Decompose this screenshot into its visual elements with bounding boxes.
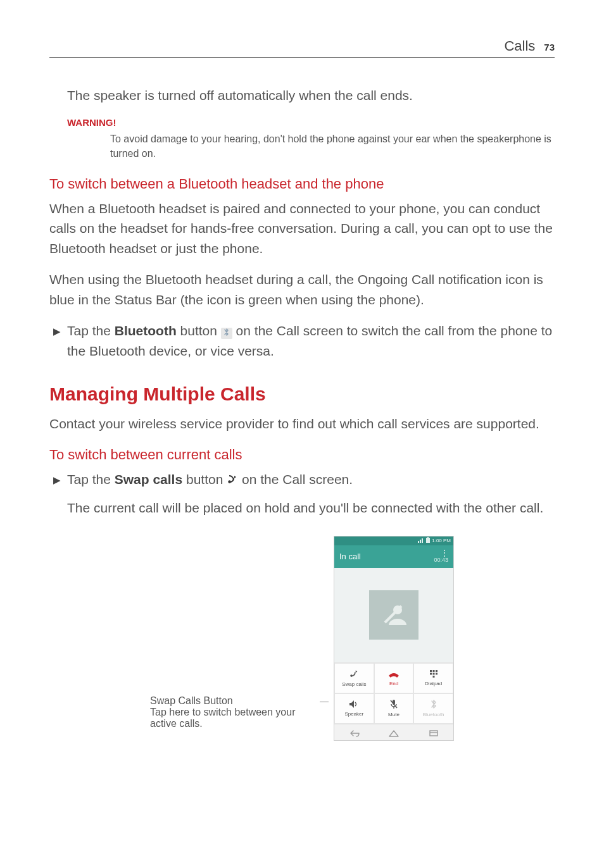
section-title: Calls [504,38,535,54]
swap-calls-button[interactable]: Swap calls [334,663,374,693]
running-header: Calls 73 [49,38,555,58]
call-header-title: In call [339,552,361,561]
bluetooth-icon [221,328,232,339]
callout-leader-line [320,536,329,738]
callout-swap-calls: Swap Calls Button Tap here to switch bet… [150,536,315,729]
figure-swap-calls: Swap Calls Button Tap here to switch bet… [49,536,555,741]
call-button-grid: Swap calls End Dialpad [334,663,453,724]
bluetooth-bullet: ▶ Tap the Bluetooth button on the Call s… [53,321,555,361]
managing-intro: Contact your wireless service provider t… [49,414,555,434]
warning-text: To avoid damage to your hearing, don't h… [110,132,555,161]
heading-switch-current-calls: To switch between current calls [49,447,555,463]
swap-bullet-pre: Tap the [67,472,115,487]
bluetooth-icon [430,699,437,710]
phone-screenshot: 1:00 PM In call ⋮ 00:43 Swap [334,536,454,741]
status-time: 1:00 PM [432,538,451,543]
mute-icon [389,699,398,710]
bluetooth-p1: When a Bluetooth headset is paired and c… [49,199,555,259]
bluetooth-p2: When using the Bluetooth headset during … [49,270,555,309]
contact-avatar-placeholder-icon [369,590,418,640]
callout-title: Swap Calls Button [150,695,315,707]
swap-result: The current call will be placed on hold … [67,498,555,518]
svg-rect-16 [430,731,437,736]
overflow-menu-icon[interactable]: ⋮ [441,550,448,555]
call-header: In call ⋮ 00:43 [334,545,453,568]
swap-bullet: ▶ Tap the Swap calls button on the Call … [53,469,555,530]
swap-calls-icon [227,474,238,487]
bullet-marker-icon: ▶ [53,321,61,361]
svg-rect-11 [436,673,437,675]
bullet-marker-icon: ▶ [53,469,61,530]
bt-bullet-mid: button [177,323,221,338]
heading-managing-multiple-calls: Managing Multiple Calls [49,383,555,405]
svg-rect-6 [430,670,432,672]
bt-bullet-pre: Tap the [67,323,115,338]
speaker-icon [349,700,359,710]
svg-rect-8 [436,670,437,672]
signal-icon [418,538,424,544]
nav-recent-icon[interactable] [428,728,439,736]
nav-back-icon[interactable] [348,728,360,736]
svg-rect-7 [432,670,434,672]
svg-rect-1 [426,538,430,543]
bluetooth-label: Bluetooth [423,712,444,717]
dialpad-label: Dialpad [425,681,442,686]
status-bar: 1:00 PM [334,536,453,545]
svg-rect-12 [432,676,434,678]
android-nav-bar [334,724,453,740]
call-timer: 00:43 [434,557,448,563]
end-call-icon [388,670,400,679]
svg-point-0 [228,480,230,483]
nav-home-icon[interactable] [388,728,400,736]
swap-bullet-mid: button [182,472,227,487]
contact-avatar-area [334,568,453,663]
svg-rect-9 [430,673,432,675]
speaker-label: Speaker [344,711,363,717]
swap-calls-icon [349,669,359,680]
dialpad-button[interactable]: Dialpad [413,663,453,693]
warning-label: WARNING! [67,117,555,128]
swap-calls-label: Swap calls [342,681,366,687]
mute-button[interactable]: Mute [374,693,414,724]
battery-icon [426,537,430,544]
svg-rect-10 [432,673,434,675]
heading-bluetooth-switch: To switch between a Bluetooth headset an… [49,176,555,192]
mute-label: Mute [388,712,400,717]
speaker-off-text: The speaker is turned off automatically … [67,85,555,106]
bluetooth-button[interactable]: Bluetooth [413,693,453,724]
end-call-label: End [389,681,398,686]
end-call-button[interactable]: End [374,663,414,693]
swap-bullet-post: on the Call screen. [238,472,353,487]
svg-point-5 [351,675,353,678]
speaker-button[interactable]: Speaker [334,693,374,724]
page-number: 73 [544,42,555,53]
svg-rect-2 [427,537,429,538]
callout-body: Tap here to switch between your active c… [150,707,295,729]
bt-bullet-bold: Bluetooth [115,323,177,338]
swap-bullet-bold: Swap calls [115,472,182,487]
dialpad-icon [429,669,438,679]
